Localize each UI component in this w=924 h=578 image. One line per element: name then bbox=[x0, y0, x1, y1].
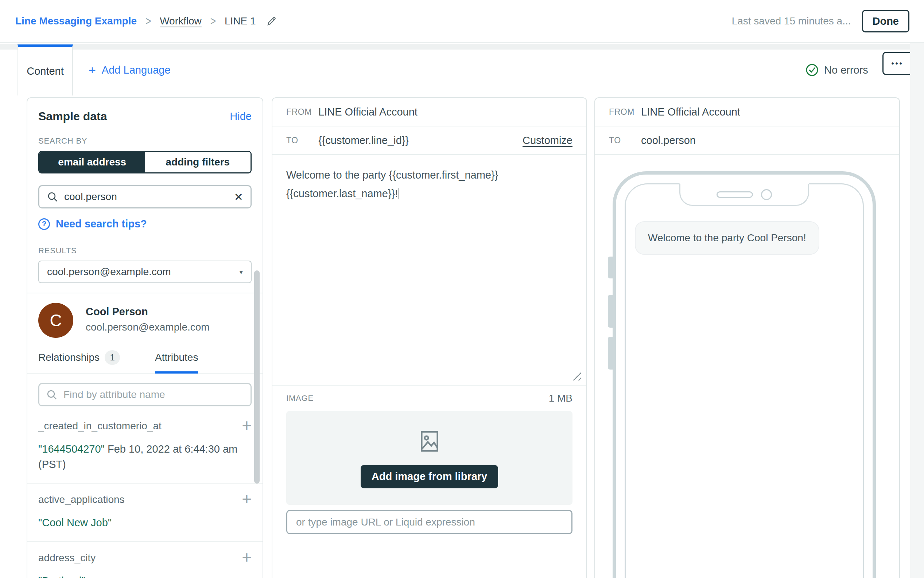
from-value: LINE Official Account bbox=[318, 106, 418, 118]
chevron-right-icon: > bbox=[145, 14, 151, 28]
image-placeholder-icon bbox=[416, 428, 443, 455]
add-attribute-icon[interactable]: + bbox=[242, 552, 252, 562]
add-image-from-library-button[interactable]: Add image from library bbox=[361, 465, 498, 488]
search-tips-label: Need search tips? bbox=[56, 218, 147, 230]
preview-message-bubble: Welcome to the party Cool Person! bbox=[635, 221, 819, 255]
search-by-toggle: email address adding filters bbox=[38, 151, 252, 174]
to-label: TO bbox=[286, 136, 318, 145]
results-label: RESULTS bbox=[38, 246, 252, 255]
phone-side-button bbox=[608, 295, 613, 328]
person-search-input[interactable] bbox=[64, 191, 228, 203]
attribute-row: _created_in_customerio_at + "1644504270"… bbox=[28, 410, 262, 484]
to-label: TO bbox=[609, 136, 641, 145]
scrollbar-thumb[interactable] bbox=[254, 270, 260, 484]
chevron-right-icon: > bbox=[210, 14, 216, 28]
profile-tabs: Relationships 1 Attributes bbox=[28, 350, 262, 373]
phone-notch bbox=[679, 183, 809, 206]
attribute-list: _created_in_customerio_at + "1644504270"… bbox=[28, 410, 262, 578]
add-attribute-icon[interactable]: + bbox=[242, 420, 252, 430]
sample-data-title: Sample data bbox=[38, 110, 107, 123]
text-caret bbox=[399, 188, 399, 199]
phone-side-button bbox=[608, 337, 613, 370]
search-icon bbox=[47, 191, 59, 203]
message-text: Welcome to the party {{customer.first_na… bbox=[286, 169, 498, 199]
profile-card: C Cool Person cool.person@example.com bbox=[28, 293, 262, 338]
more-options-button[interactable]: ••• bbox=[882, 52, 912, 75]
search-icon bbox=[46, 389, 58, 401]
top-bar: Line Messaging Example > Workflow > LINE… bbox=[0, 0, 924, 43]
from-row: FROM LINE Official Account bbox=[272, 98, 586, 127]
results-selected-value: cool.person@example.com bbox=[47, 266, 171, 278]
hide-link[interactable]: Hide bbox=[230, 110, 252, 122]
plus-icon: + bbox=[89, 63, 96, 77]
from-label: FROM bbox=[609, 107, 641, 117]
no-errors-label: No errors bbox=[824, 64, 868, 76]
image-label: IMAGE bbox=[286, 394, 314, 403]
resize-handle[interactable] bbox=[572, 371, 581, 380]
attribute-search-input[interactable] bbox=[63, 389, 244, 401]
tab-content[interactable]: Content bbox=[18, 44, 73, 96]
attribute-value: "Portland" bbox=[38, 575, 85, 578]
message-textarea[interactable]: Welcome to the party {{customer.first_na… bbox=[272, 155, 586, 386]
image-url-field[interactable] bbox=[286, 510, 573, 534]
profile-email: cool.person@example.com bbox=[86, 321, 210, 333]
customize-link[interactable]: Customize bbox=[522, 135, 573, 146]
add-language-button[interactable]: + Add Language bbox=[89, 55, 171, 84]
preview-from-value: LINE Official Account bbox=[641, 106, 740, 118]
attribute-name: address_city bbox=[38, 552, 96, 564]
search-tips-link[interactable]: ? Need search tips? bbox=[38, 218, 252, 230]
attribute-search-field[interactable] bbox=[38, 383, 252, 406]
avatar: C bbox=[38, 303, 73, 338]
message-editor-panel: FROM LINE Official Account TO {{customer… bbox=[272, 97, 587, 578]
attribute-name: active_applications bbox=[38, 494, 125, 505]
to-row: TO {{customer.line_id}} Customize bbox=[272, 127, 586, 155]
image-dropzone[interactable]: Add image from library bbox=[286, 411, 573, 505]
from-label: FROM bbox=[286, 107, 318, 117]
attribute-row: active_applications + "Cool New Job" bbox=[28, 484, 262, 542]
attributes-label: Attributes bbox=[155, 352, 198, 363]
done-button[interactable]: Done bbox=[862, 10, 910, 32]
attribute-value: "Cool New Job" bbox=[38, 517, 112, 528]
clear-search-icon[interactable]: ✕ bbox=[234, 191, 243, 203]
relationships-label: Relationships bbox=[38, 352, 99, 363]
edit-pencil-icon[interactable] bbox=[266, 16, 277, 27]
to-value: {{customer.line_id}} bbox=[318, 135, 409, 146]
add-attribute-icon[interactable]: + bbox=[242, 494, 252, 504]
preview-panel: FROM LINE Official Account TO cool.perso… bbox=[594, 97, 900, 578]
search-by-label: SEARCH BY bbox=[38, 136, 252, 146]
phone-mockup: Welcome to the party Cool Person! bbox=[613, 171, 876, 578]
scroll-gutter bbox=[910, 43, 924, 578]
help-icon: ? bbox=[38, 218, 50, 230]
breadcrumb: Line Messaging Example > Workflow > LINE… bbox=[15, 15, 277, 27]
toggle-adding-filters[interactable]: adding filters bbox=[145, 152, 251, 172]
phone-side-button bbox=[608, 257, 613, 278]
phone-speaker bbox=[716, 192, 753, 198]
caret-down-icon: ▾ bbox=[239, 268, 243, 276]
check-circle-icon bbox=[805, 63, 819, 77]
image-url-input[interactable] bbox=[296, 516, 563, 528]
relationships-count-badge: 1 bbox=[105, 350, 120, 365]
profile-name: Cool Person bbox=[86, 306, 210, 318]
image-size-limit: 1 MB bbox=[549, 393, 573, 404]
preview-to-row: TO cool.person bbox=[595, 127, 899, 155]
results-select[interactable]: cool.person@example.com ▾ bbox=[38, 261, 252, 283]
preview-from-row: FROM LINE Official Account bbox=[595, 98, 899, 127]
attribute-value: "1644504270" bbox=[38, 443, 105, 455]
preview-to-value: cool.person bbox=[641, 135, 696, 146]
sample-data-panel: Sample data Hide SEARCH BY email address… bbox=[27, 97, 263, 578]
no-errors-status: No errors bbox=[805, 55, 868, 84]
toggle-email-address[interactable]: email address bbox=[39, 152, 145, 172]
person-search-field[interactable]: ✕ bbox=[38, 185, 252, 208]
attribute-row: address_city + "Portland" bbox=[28, 542, 262, 578]
add-language-label: Add Language bbox=[102, 64, 171, 76]
tab-attributes[interactable]: Attributes bbox=[155, 352, 198, 373]
breadcrumb-campaign-link[interactable]: Line Messaging Example bbox=[15, 15, 137, 27]
attribute-name: _created_in_customerio_at bbox=[38, 420, 161, 432]
last-saved-status: Last saved 15 minutes a... bbox=[732, 15, 851, 27]
tab-relationships[interactable]: Relationships 1 bbox=[38, 350, 120, 373]
breadcrumb-workflow-link[interactable]: Workflow bbox=[160, 15, 202, 27]
phone-camera bbox=[761, 189, 772, 200]
tab-rail bbox=[0, 44, 924, 50]
breadcrumb-current: LINE 1 bbox=[224, 15, 256, 27]
